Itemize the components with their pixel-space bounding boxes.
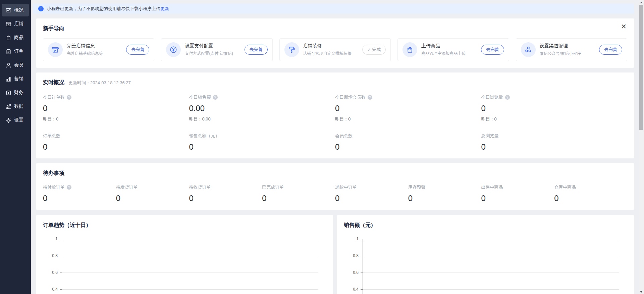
help-icon[interactable]: ? bbox=[505, 95, 510, 100]
channel-icon bbox=[521, 42, 536, 57]
stat-today-views: 今日浏览量? 0 昨日：0 bbox=[481, 94, 628, 122]
info-icon: ! bbox=[38, 6, 44, 11]
guide-card-title: 上传商品 bbox=[421, 43, 481, 49]
help-icon[interactable]: ? bbox=[213, 95, 218, 100]
y-axis-line bbox=[62, 239, 62, 294]
sidebar-item-goods[interactable]: 商品 bbox=[2, 31, 29, 44]
finance-icon bbox=[6, 90, 11, 96]
guide-card-shop-info: 完善店铺信息 完善店铺基础信息等 去完善 bbox=[43, 38, 154, 61]
marketing-icon bbox=[6, 76, 11, 82]
close-icon[interactable]: ✕ bbox=[621, 23, 627, 30]
todo-label: 待付款订单 bbox=[43, 184, 65, 190]
settings-icon bbox=[6, 117, 11, 123]
help-icon[interactable]: ? bbox=[368, 95, 372, 100]
todo-pending-shipment: 待发货订单 0 bbox=[116, 184, 189, 203]
update-time-value: 2024-03-18 12:36:27 bbox=[90, 80, 131, 85]
gridline bbox=[62, 239, 318, 239]
go-complete-button[interactable]: 去完善 bbox=[245, 45, 268, 55]
done-badge: ✓完成 bbox=[362, 45, 386, 55]
todo-label: 待收货订单 bbox=[189, 184, 211, 190]
sidebar-item-shop[interactable]: 店铺 bbox=[2, 17, 29, 30]
stat-label: 今日销售额 bbox=[189, 94, 211, 100]
help-icon[interactable]: ? bbox=[67, 95, 71, 100]
todo-value: 0 bbox=[189, 194, 262, 203]
todo-value: 0 bbox=[554, 194, 627, 203]
stat-label: 今日浏览量 bbox=[481, 94, 503, 100]
go-complete-button[interactable]: 去完善 bbox=[481, 45, 504, 55]
todo-value: 0 bbox=[408, 194, 481, 203]
realtime-overview-panel: 实时概况 更新时间：2024-03-18 12:36:27 今日订单数? 0 昨… bbox=[36, 72, 634, 158]
vertical-scrollbar[interactable] bbox=[639, 0, 644, 294]
sidebar-item-label: 财务 bbox=[14, 90, 23, 96]
realtime-title: 实时概况 bbox=[43, 79, 64, 86]
sidebar-item-overview[interactable]: 概况 bbox=[2, 4, 29, 16]
todo-completed-orders: 已完成订单 0 bbox=[262, 184, 335, 203]
order-trend-chart-card: 订单趋势（近十日） 1 0.8 0.6 0.4 bbox=[36, 215, 333, 294]
sidebar-item-members[interactable]: 会员 bbox=[2, 59, 29, 71]
paint-roller-icon bbox=[284, 42, 299, 57]
y-tick-label: 1 bbox=[43, 237, 58, 241]
gridline bbox=[62, 289, 318, 290]
scrollbar-thumb[interactable] bbox=[639, 5, 643, 130]
yen-icon bbox=[166, 42, 181, 57]
check-icon: ✓ bbox=[367, 47, 371, 52]
stat-total-members: 会员总数 0 bbox=[335, 133, 481, 152]
stat-yesterday: 昨日：0 bbox=[481, 116, 628, 122]
guide-card-title: 完善店铺信息 bbox=[67, 43, 126, 49]
scroll-up-arrow[interactable] bbox=[639, 0, 644, 5]
sidebar: 概况 店铺 商品 订单 会员 营销 财务 数据 bbox=[0, 0, 31, 294]
y-tick-label: 1 bbox=[344, 237, 359, 241]
sidebar-item-marketing[interactable]: 营销 bbox=[2, 72, 29, 85]
app-window: 概况 店铺 商品 订单 会员 营销 财务 数据 bbox=[0, 0, 644, 294]
todo-value: 0 bbox=[262, 194, 335, 203]
storefront-icon bbox=[48, 42, 63, 57]
notice-text: 小程序已更新，为了不影响您的使用请尽快下载小程序上传 bbox=[47, 6, 160, 12]
sidebar-item-finance[interactable]: 财务 bbox=[2, 86, 29, 99]
stat-today-orders: 今日订单数? 0 昨日：0 bbox=[43, 94, 189, 122]
todo-label: 出售中商品 bbox=[481, 184, 503, 190]
go-complete-button[interactable]: 去完善 bbox=[126, 45, 149, 55]
stat-label: 订单总数 bbox=[43, 133, 60, 139]
order-trend-chart-title: 订单趋势（近十日） bbox=[43, 222, 326, 229]
sidebar-item-label: 设置 bbox=[14, 117, 23, 123]
todo-warehouse-goods: 仓库中商品 0 bbox=[554, 184, 627, 203]
gridline bbox=[363, 239, 619, 239]
todo-label: 待发货订单 bbox=[116, 184, 138, 190]
todo-value: 0 bbox=[335, 194, 408, 203]
data-icon bbox=[6, 104, 11, 109]
stat-value: 0 bbox=[481, 104, 628, 113]
stat-value: 0 bbox=[481, 142, 628, 152]
y-tick-label: 0.4 bbox=[43, 287, 58, 292]
guide-card-subtitle: 店铺可实现自定义模板装修 bbox=[303, 51, 363, 56]
y-tick-label: 0.8 bbox=[344, 253, 359, 258]
scroll-down-arrow[interactable] bbox=[639, 289, 644, 294]
todo-title: 待办事项 bbox=[43, 170, 627, 177]
update-link[interactable]: 更新 bbox=[160, 6, 169, 12]
guide-card-subtitle: 支付方式配置(支付宝/微信) bbox=[185, 51, 244, 56]
help-icon[interactable]: ? bbox=[67, 185, 71, 190]
sidebar-item-label: 数据 bbox=[14, 103, 23, 109]
gridline bbox=[363, 256, 619, 256]
shop-icon bbox=[6, 21, 11, 27]
guide-card-subtitle: 完善店铺基础信息等 bbox=[67, 51, 126, 56]
todo-label: 仓库中商品 bbox=[554, 184, 576, 190]
guide-title: 新手导向 bbox=[43, 25, 627, 32]
y-tick-label: 0.6 bbox=[43, 270, 58, 275]
go-complete-button[interactable]: 去完善 bbox=[599, 45, 622, 55]
y-axis-line bbox=[363, 239, 363, 294]
todo-label: 库存预警 bbox=[408, 184, 426, 190]
main-content: ! 小程序已更新，为了不影响您的使用请尽快下载小程序上传 更新 新手导向 ✕ 完… bbox=[31, 0, 639, 294]
todo-on-sale-goods: 出售中商品 0 bbox=[481, 184, 554, 203]
todo-pending-receipt: 待收货订单 0 bbox=[189, 184, 262, 203]
guide-card-text: 完善店铺信息 完善店铺基础信息等 bbox=[67, 43, 126, 56]
sidebar-item-orders[interactable]: 订单 bbox=[2, 45, 29, 58]
sidebar-item-data[interactable]: 数据 bbox=[2, 100, 29, 113]
bag-icon bbox=[402, 42, 417, 57]
guide-card-subtitle: 微信公众号/微信小程序 bbox=[540, 51, 599, 56]
sidebar-item-settings[interactable]: 设置 bbox=[2, 114, 29, 127]
sidebar-item-label: 概况 bbox=[14, 7, 23, 13]
update-notice-bar: ! 小程序已更新，为了不影响您的使用请尽快下载小程序上传 更新 bbox=[33, 4, 634, 14]
y-tick-label: 0.6 bbox=[344, 270, 359, 275]
sidebar-item-label: 营销 bbox=[14, 76, 23, 82]
stat-today-sales: 今日销售额? 0.00 昨日：0.00 bbox=[189, 94, 335, 122]
